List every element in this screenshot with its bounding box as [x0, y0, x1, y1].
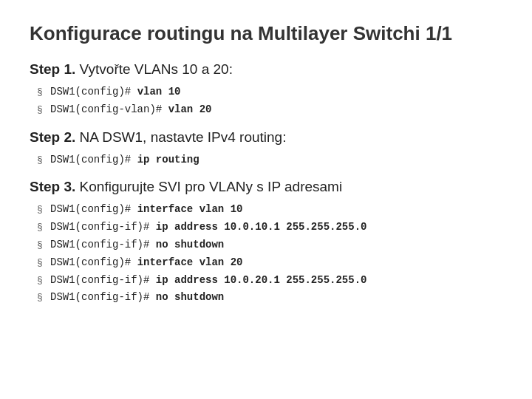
list-item: DSW1(config)# interface vlan 20: [37, 254, 502, 272]
step2-commands: DSW1(config)# ip routing: [37, 151, 502, 169]
step1-text: Vytvořte VLANs 10 a 20:: [75, 61, 233, 77]
step1-heading: Step 1. Vytvořte VLANs 10 a 20:: [30, 61, 502, 78]
code-normal: DSW1(config-if)#: [50, 221, 156, 233]
code-bold: vlan 10: [137, 86, 181, 98]
code-bold: interface vlan 10: [137, 203, 243, 215]
code-bold: no shutdown: [156, 239, 224, 250]
step3-label: Step 3.: [30, 179, 75, 194]
code-normal: DSW1(config)#: [50, 154, 137, 166]
code-normal: DSW1(config-if)#: [50, 274, 156, 286]
code-bold: ip address 10.0.10.1 255.255.255.0: [156, 221, 367, 233]
step1-commands: DSW1(config)# vlan 10 DSW1(config-vlan)#…: [37, 83, 502, 119]
code-bold: ip routing: [137, 154, 200, 166]
slide-title: Konfigurace routingu na Multilayer Switc…: [30, 22, 502, 45]
list-item: DSW1(config-if)# ip address 10.0.20.1 25…: [37, 272, 502, 290]
step3-text: Konfigurujte SVI pro VLANy s IP adresami: [75, 179, 342, 194]
slide: Konfigurace routingu na Multilayer Switc…: [0, 0, 532, 399]
code-bold: no shutdown: [156, 291, 224, 303]
code-normal: DSW1(config-if)#: [50, 291, 156, 303]
code-normal: DSW1(config)#: [50, 203, 137, 215]
code-bold: interface vlan 20: [137, 256, 243, 268]
code-normal: DSW1(config)#: [50, 256, 137, 268]
code-bold: vlan 20: [168, 103, 212, 115]
code-normal: DSW1(config-if)#: [50, 239, 156, 250]
code-normal: DSW1(config-vlan)#: [50, 103, 168, 115]
list-item: DSW1(config-if)# no shutdown: [37, 236, 502, 254]
list-item: DSW1(config)# ip routing: [37, 151, 502, 169]
step3-commands: DSW1(config)# interface vlan 10 DSW1(con…: [37, 201, 502, 307]
step2-heading: Step 2. NA DSW1, nastavte IPv4 routing:: [30, 129, 502, 146]
list-item: DSW1(config)# interface vlan 10: [37, 201, 502, 219]
code-bold: ip address 10.0.20.1 255.255.255.0: [156, 274, 367, 286]
list-item: DSW1(config)# vlan 10: [37, 83, 502, 101]
code-normal: DSW1(config)#: [50, 86, 137, 98]
list-item: DSW1(config-if)# no shutdown: [37, 289, 502, 307]
step1-label: Step 1.: [30, 61, 75, 77]
list-item: DSW1(config-if)# ip address 10.0.10.1 25…: [37, 219, 502, 236]
step2-text: NA DSW1, nastavte IPv4 routing:: [75, 129, 286, 145]
step2-label: Step 2.: [30, 129, 75, 145]
step3-heading: Step 3. Konfigurujte SVI pro VLANy s IP …: [30, 179, 502, 195]
list-item: DSW1(config-vlan)# vlan 20: [37, 101, 502, 119]
